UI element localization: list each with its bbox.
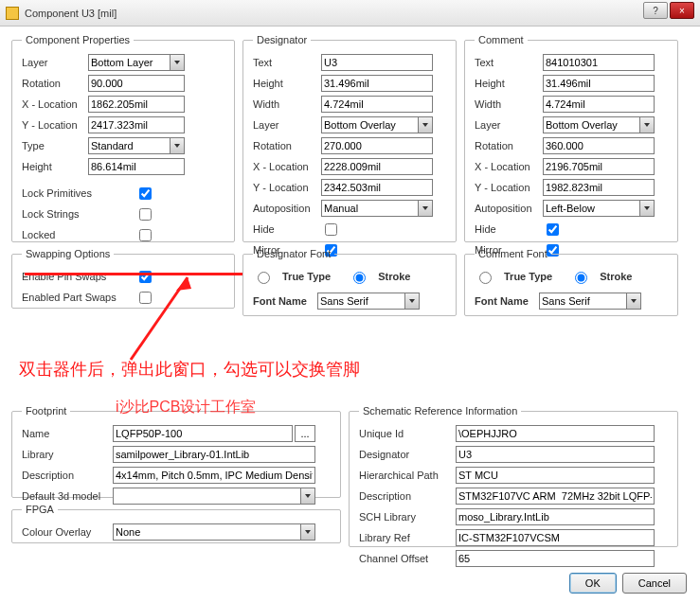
stroke-label: Stroke — [378, 271, 410, 282]
comment-font-group: Comment Font True Type Stroke Font Name — [464, 248, 678, 316]
des-rotation-input[interactable] — [321, 137, 433, 154]
xloc-label: X - Location — [22, 98, 88, 110]
lock-strings-checkbox[interactable] — [139, 208, 152, 221]
des-hide-checkbox[interactable] — [325, 223, 337, 236]
sch-desc-input[interactable] — [456, 488, 655, 505]
desc-label: Description — [359, 490, 456, 502]
designator-group: Designator Text Height Width Layer Rotat… — [242, 34, 457, 242]
fp-name-input[interactable] — [113, 425, 293, 442]
com-width-input[interactable] — [543, 96, 655, 113]
width-label: Width — [253, 98, 321, 110]
libref-label: Library Ref — [359, 532, 456, 543]
fp-desc-input[interactable] — [113, 467, 315, 484]
dropdown-icon[interactable] — [418, 200, 433, 217]
schlib-input[interactable] — [456, 508, 655, 525]
des-height-input[interactable] — [321, 75, 433, 92]
dropdown-icon[interactable] — [300, 523, 315, 541]
sch-des-input[interactable] — [456, 446, 655, 463]
browse-button[interactable]: ... — [295, 425, 315, 442]
des-text-input[interactable] — [321, 54, 433, 71]
com-autopos-select[interactable] — [543, 200, 639, 217]
text-label: Text — [253, 57, 321, 68]
des-stroke-radio[interactable] — [353, 272, 366, 284]
uid-input[interactable] — [456, 425, 655, 442]
yloc-label: Y - Location — [22, 119, 88, 131]
uid-label: Unique Id — [359, 428, 456, 439]
com-xloc-input[interactable] — [543, 158, 655, 175]
colour-overlay-select[interactable] — [113, 523, 300, 541]
com-truetype-radio[interactable] — [479, 272, 492, 284]
dropdown-icon[interactable] — [170, 54, 185, 71]
chanoff-input[interactable] — [456, 550, 655, 567]
locked-label: Locked — [22, 229, 135, 240]
autopos-label: Autoposition — [475, 203, 543, 214]
xloc-input[interactable] — [88, 96, 185, 113]
hier-input[interactable] — [456, 467, 655, 484]
svg-marker-1 — [176, 277, 191, 291]
dropdown-icon[interactable] — [170, 137, 185, 154]
hide-label: Hide — [475, 223, 543, 235]
window-title: Component U3 [mil] — [25, 8, 117, 19]
layer-label: Layer — [475, 119, 543, 131]
text-label: Text — [475, 57, 543, 68]
legend: Component Properties — [22, 34, 134, 45]
type-select[interactable] — [88, 137, 170, 154]
locked-checkbox[interactable] — [139, 229, 152, 241]
stroke-label: Stroke — [600, 271, 632, 282]
rotation-input[interactable] — [88, 75, 185, 92]
com-rotation-input[interactable] — [543, 137, 655, 154]
dropdown-icon[interactable] — [639, 200, 655, 217]
com-text-input[interactable] — [543, 54, 655, 71]
yloc-input[interactable] — [88, 116, 185, 133]
des-width-input[interactable] — [321, 96, 433, 113]
dropdown-icon[interactable] — [626, 293, 641, 310]
com-yloc-input[interactable] — [543, 179, 655, 196]
height-input[interactable] — [88, 158, 185, 175]
dropdown-icon[interactable] — [418, 116, 433, 133]
des-layer-select[interactable] — [321, 116, 418, 133]
def3d-label: Default 3d model — [22, 490, 113, 502]
cancel-button[interactable]: Cancel — [622, 573, 687, 594]
legend: Comment Font — [475, 248, 551, 259]
lib-label: Library — [22, 449, 113, 460]
truetype-label: True Type — [504, 271, 552, 282]
com-layer-select[interactable] — [543, 116, 639, 133]
hier-label: Hierarchical Path — [359, 470, 456, 481]
truetype-label: True Type — [282, 271, 331, 282]
ok-button[interactable]: OK — [569, 573, 617, 594]
fp-lib-input[interactable] — [113, 446, 315, 463]
dropdown-icon[interactable] — [404, 293, 420, 310]
yloc-label: Y - Location — [253, 182, 321, 193]
dropdown-icon[interactable] — [639, 116, 655, 133]
des-xloc-input[interactable] — [321, 158, 433, 175]
com-font-select[interactable] — [539, 293, 626, 310]
footprint-group: Footprint Name... Library Description De… — [11, 405, 341, 498]
colour-label: Colour Overlay — [22, 526, 113, 538]
des-autopos-select[interactable] — [321, 200, 418, 217]
com-height-input[interactable] — [543, 75, 655, 92]
rotation-label: Rotation — [253, 140, 321, 151]
help-button[interactable]: ? — [643, 2, 668, 19]
des-yloc-input[interactable] — [321, 179, 433, 196]
libref-input[interactable] — [456, 529, 655, 546]
des-truetype-radio[interactable] — [258, 272, 270, 284]
dropdown-icon[interactable] — [300, 488, 315, 505]
designator-font-group: Designator Font True Type Stroke Font Na… — [242, 248, 457, 316]
annotation-watermark: i沙比PCB设计工作室 — [116, 398, 256, 417]
height-label: Height — [475, 78, 543, 89]
legend: Swapping Options — [22, 248, 114, 259]
lock-primitives-checkbox[interactable] — [139, 187, 152, 200]
legend: Designator Font — [253, 248, 334, 259]
yloc-label: Y - Location — [475, 182, 543, 193]
com-hide-checkbox[interactable] — [547, 223, 559, 236]
name-label: Name — [22, 428, 113, 439]
layer-select[interactable] — [88, 54, 170, 71]
component-properties-group: Component Properties Layer Rotation X - … — [11, 34, 235, 242]
des-label: Designator — [359, 449, 456, 460]
legend: FPGA — [22, 504, 58, 515]
close-button[interactable]: × — [670, 2, 694, 19]
des-font-select[interactable] — [317, 293, 404, 310]
lockprim-label: Lock Primitives — [22, 187, 135, 199]
fp-3d-select[interactable] — [113, 488, 300, 505]
com-stroke-radio[interactable] — [575, 272, 587, 284]
